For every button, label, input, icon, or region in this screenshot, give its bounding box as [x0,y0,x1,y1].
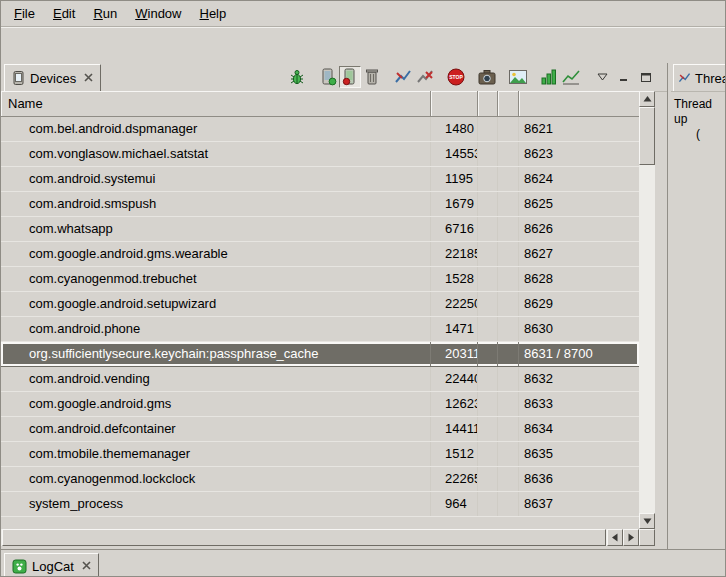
empty-cell [478,367,498,391]
empty-cell [498,467,519,491]
table-row[interactable]: org.sufficientlysecure.keychain:passphra… [1,342,639,367]
table-row[interactable]: com.cyanogenmod.trebuchet15288628 [1,267,639,292]
toolbar-separator [582,66,591,88]
dump-view-hierarchy-button[interactable] [507,66,529,88]
empty-cell [498,267,519,291]
debug-process-button[interactable] [286,66,308,88]
column-header-a[interactable] [478,91,498,117]
svg-text:STOP: STOP [449,74,463,80]
dump-view-hierarchy-icon [509,70,527,84]
process-pid-cell: 6716 [431,217,478,241]
process-port-cell: 8627 [519,242,639,266]
process-name-cell: com.cyanogenmod.lockclock [1,467,431,491]
process-pid-cell: 22250 [431,292,478,316]
process-name-cell: com.tmobile.thememanager [1,442,431,466]
minimize-button[interactable] [613,66,635,88]
column-header-pid[interactable] [431,91,478,117]
update-heap-button[interactable] [317,66,339,88]
column-header-name[interactable]: Name [1,91,431,117]
sysinfo-icon [541,69,557,85]
table-row[interactable]: com.google.android.gms126238633 [1,392,639,417]
table-row[interactable]: com.android.smspush16798625 [1,192,639,217]
update-threads-icon [394,69,412,85]
process-pid-cell: 1512 [431,442,478,466]
table-header[interactable]: Name [1,91,639,117]
vertical-scroll-thumb[interactable] [639,107,655,165]
stop-process-button[interactable]: STOP [445,66,467,88]
process-table-body: com.bel.android.dspmanager14808621com.vo… [1,117,639,529]
process-port-cell: 8624 [519,167,639,191]
column-header-port[interactable] [519,91,639,117]
menu-item-edit[interactable]: Edit [44,3,84,24]
tab-logcat-label: LogCat [32,559,74,574]
tab-threads[interactable]: Threads [673,64,726,91]
horizontal-scrollbar[interactable] [1,529,655,546]
table-row[interactable]: com.vonglasow.michael.satstat145538623 [1,142,639,167]
horizontal-scroll-thumb[interactable] [2,529,606,546]
maximize-button[interactable] [635,66,657,88]
table-row[interactable]: com.whatsapp67168626 [1,217,639,242]
empty-cell [498,167,519,191]
table-row[interactable]: com.android.vending224408632 [1,367,639,392]
menu-item-run[interactable]: Run [84,3,126,24]
scroll-right-button[interactable] [623,529,639,546]
table-row[interactable]: com.bel.android.dspmanager14808621 [1,117,639,142]
logcat-icon [12,559,27,574]
process-port-cell: 8637 [519,492,639,516]
menu-item-file[interactable]: File [5,3,44,24]
process-pid-cell: 964 [431,492,478,516]
table-row[interactable]: com.android.phone14718630 [1,317,639,342]
update-threads-button[interactable] [392,66,414,88]
tab-devices[interactable]: Devices [4,64,101,91]
table-row[interactable]: com.cyanogenmod.lockclock222658636 [1,467,639,492]
network-stats-button[interactable] [560,66,582,88]
menu-item-help[interactable]: Help [190,3,235,24]
device-icon [12,71,25,85]
process-port-cell: 8635 [519,442,639,466]
process-port-cell: 8625 [519,192,639,216]
process-pid-cell: 1480 [431,117,478,141]
table-row[interactable]: com.tmobile.thememanager15128635 [1,442,639,467]
tab-devices-label: Devices [30,71,76,86]
tab-logcat[interactable]: LogCat [4,553,99,577]
process-pid-cell: 22185 [431,242,478,266]
threads-tabbar: Threads [671,63,726,92]
dump-hprof-button[interactable] [339,66,361,88]
vertical-scrollbar[interactable] [639,91,655,529]
threads-message-line1: Thread up [674,97,726,127]
empty-cell [478,217,498,241]
update-heap-icon [320,68,337,86]
sysinfo-button[interactable] [538,66,560,88]
table-row[interactable]: com.google.android.gms.wearable221858627 [1,242,639,267]
screen-capture-button[interactable] [476,66,498,88]
scroll-up-button[interactable] [639,91,655,107]
empty-cell [478,117,498,141]
empty-cell [498,492,519,516]
table-row[interactable]: com.android.systemui11958624 [1,167,639,192]
empty-cell [498,192,519,216]
table-row[interactable]: com.google.android.setupwizard222508629 [1,292,639,317]
close-icon[interactable] [84,73,93,84]
process-pid-cell: 1528 [431,267,478,291]
empty-cell [478,192,498,216]
empty-cell [478,242,498,266]
scroll-down-button[interactable] [639,513,655,529]
process-name-cell: com.cyanogenmod.trebuchet [1,267,431,291]
toolbar-strip [1,27,726,64]
process-port-cell: 8633 [519,392,639,416]
process-port-cell: 8632 [519,367,639,391]
empty-cell [498,392,519,416]
empty-cell [498,142,519,166]
scroll-left-button[interactable] [607,529,623,546]
cause-gc-button[interactable] [361,66,383,88]
column-header-b[interactable] [498,91,519,117]
menu-item-window[interactable]: Window [126,3,190,24]
empty-cell [478,467,498,491]
view-menu-button[interactable] [591,66,613,88]
table-row[interactable]: com.android.defcontainer144118634 [1,417,639,442]
start-method-profiling-button[interactable] [414,66,436,88]
close-icon[interactable] [82,561,91,572]
threads-message: Thread up ( [674,97,726,142]
table-row[interactable]: system_process9648637 [1,492,639,517]
empty-cell [478,317,498,341]
